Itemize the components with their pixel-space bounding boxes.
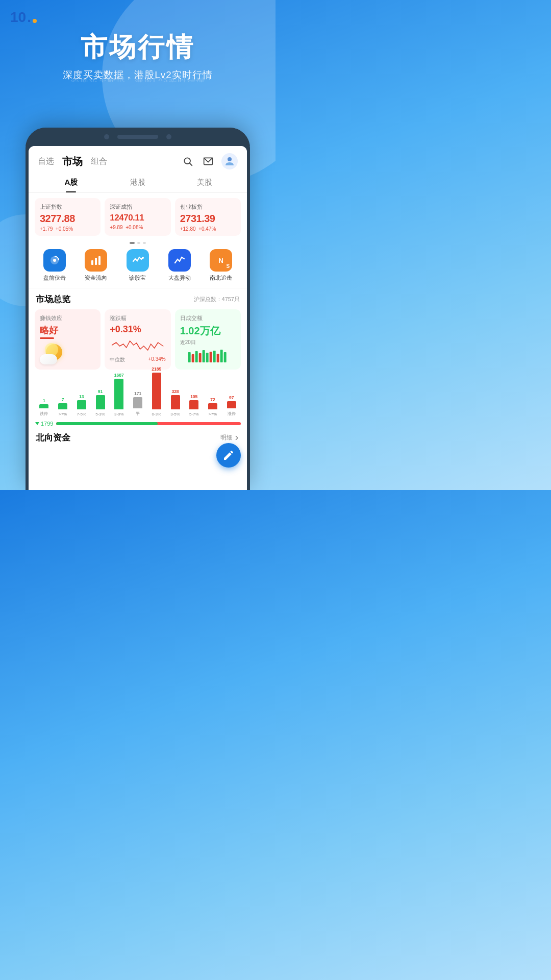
mail-icon[interactable]: [201, 154, 215, 168]
bar-lbl-8: 3-5%: [170, 412, 180, 416]
bar-down35: 91 5-3%: [91, 389, 110, 416]
tools-row: 盘前伏击 资金流向 诊: [29, 245, 247, 287]
tool-zhengu[interactable]: 诊股宝: [127, 249, 149, 282]
market-label: 大盘异动: [168, 274, 191, 282]
tab-a-shares[interactable]: A股: [38, 174, 105, 192]
bar-val-6: 171: [134, 391, 141, 396]
shenzhen-value: 12470.11: [110, 213, 165, 223]
progress-fill: [56, 422, 158, 425]
zhengu-label: 诊股宝: [129, 274, 146, 282]
zhengu-icon: [127, 249, 149, 272]
bar-val-1: 1: [43, 398, 45, 403]
chinext-name: 创业板指: [180, 203, 236, 211]
bar-diziting: 1 跌停: [35, 398, 54, 416]
bar-flat: 171 平: [129, 391, 147, 416]
tab-hk-shares[interactable]: 港股: [105, 174, 171, 192]
panqian-label: 盘前伏击: [43, 274, 66, 282]
chinext-value: 2731.39: [180, 213, 236, 225]
bar-lbl-4: 5-3%: [95, 412, 105, 416]
bar-val-11: 97: [229, 395, 234, 400]
avatar-icon[interactable]: [221, 153, 238, 169]
phone-frame: 自选 市场 组合: [26, 128, 250, 490]
bar-down57: 13 7-5%: [72, 394, 91, 416]
bar-up35: 328 3-5%: [166, 389, 185, 416]
tool-market[interactable]: 大盘异动: [168, 249, 191, 282]
card-money-effect[interactable]: 赚钱效应 略好: [35, 309, 101, 370]
volume-sub: 近20日: [180, 339, 236, 346]
bar-down7: 7 >7%: [54, 397, 72, 416]
card-volume[interactable]: 日成交额 1.02万亿 近20日: [175, 309, 241, 370]
tab-zixuan[interactable]: 自选: [38, 156, 54, 167]
search-icon[interactable]: [181, 154, 195, 168]
market-tabs: A股 港股 美股: [29, 174, 247, 193]
index-card-shenzhen[interactable]: 深证成指 12470.11 +9.89 +0.08%: [105, 198, 170, 236]
index-card-shanghai[interactable]: 上证指数 3277.88 +1.79 +0.05%: [35, 198, 101, 236]
index-card-chinext[interactable]: 创业板指 2731.39 +12.80 +0.47%: [175, 198, 241, 236]
north-fund-title: 北向资金: [36, 432, 70, 444]
nav-tabs: 自选 市场 组合: [38, 155, 107, 168]
money-effect-label: 赚钱效应: [40, 314, 95, 322]
svg-rect-7: [95, 258, 97, 265]
svg-rect-11: [191, 354, 194, 362]
svg-rect-16: [209, 352, 212, 362]
svg-rect-6: [91, 260, 93, 265]
svg-marker-21: [35, 422, 39, 425]
divider-1: [29, 288, 247, 288]
dot-1: [130, 242, 135, 244]
market-overview-header: 市场总览 沪深总数：4757只: [29, 289, 247, 307]
volume-chart: [180, 348, 236, 362]
speaker: [117, 135, 158, 139]
bar-down03: 1687 3-0%: [110, 373, 129, 416]
bar-rect-4: [96, 395, 105, 409]
progress-row: 1799: [29, 419, 247, 429]
north-fund-link[interactable]: 明细: [220, 433, 240, 442]
shanghai-name: 上证指数: [40, 203, 95, 211]
bar-lbl-3: 7-5%: [77, 412, 86, 416]
pagination-dots: [29, 242, 247, 244]
svg-rect-18: [216, 354, 219, 362]
funds-icon: [85, 249, 107, 272]
fab-button[interactable]: [216, 443, 241, 468]
shenzhen-change: +9.89 +0.08%: [110, 225, 165, 230]
svg-rect-17: [213, 351, 215, 362]
bar-val-5: 1687: [114, 373, 124, 378]
bar-val-2: 7: [62, 397, 64, 402]
svg-point-9: [142, 257, 144, 259]
north-fund-link-text: 明细: [220, 433, 233, 442]
svg-point-5: [53, 259, 56, 262]
price-change-chart: [110, 335, 165, 354]
app-logo: 10 .: [10, 9, 265, 26]
tool-nanbeizhuiji[interactable]: N S 南北追击: [210, 249, 232, 282]
tool-panqian[interactable]: 盘前伏击: [43, 249, 66, 282]
tab-portfolio[interactable]: 组合: [91, 156, 107, 167]
bar-val-9: 105: [190, 394, 197, 399]
svg-rect-13: [198, 353, 201, 362]
tab-market[interactable]: 市场: [62, 155, 83, 168]
bar-rect-1: [39, 404, 48, 408]
bar-lbl-6: 平: [136, 411, 140, 416]
bar-lbl-2: >7%: [59, 412, 67, 416]
bar-val-7: 2185: [152, 366, 161, 372]
bar-rect-11: [227, 401, 236, 408]
panqian-icon: [43, 249, 66, 272]
svg-rect-20: [223, 352, 226, 362]
bar-rect-8: [171, 395, 180, 409]
svg-line-1: [190, 163, 192, 166]
dot-2: [137, 242, 140, 244]
bar-rect-3: [77, 400, 86, 409]
bar-up03: 2185 0-3%: [147, 366, 166, 416]
down-count: 1799: [41, 421, 53, 427]
bar-up-limit: 97 涨停: [222, 395, 241, 416]
tab-us-shares[interactable]: 美股: [171, 174, 238, 192]
card-price-change[interactable]: 涨跌幅 +0.31% 中位数 +0.34%: [105, 309, 170, 370]
north-fund-header: 北向资金 明细: [29, 429, 247, 444]
shanghai-change: +1.79 +0.05%: [40, 226, 95, 232]
bar-rect-10: [208, 403, 217, 409]
bar-lbl-5: 3-0%: [114, 412, 124, 416]
phone-screen: 自选 市场 组合: [29, 146, 247, 490]
bar-lbl-10: >7%: [209, 412, 217, 416]
tool-funds[interactable]: 资金流向: [85, 249, 107, 282]
price-change-label: 涨跌幅: [110, 314, 165, 322]
bar-lbl-7: 0-3%: [152, 412, 161, 416]
shanghai-value: 3277.88: [40, 213, 95, 225]
